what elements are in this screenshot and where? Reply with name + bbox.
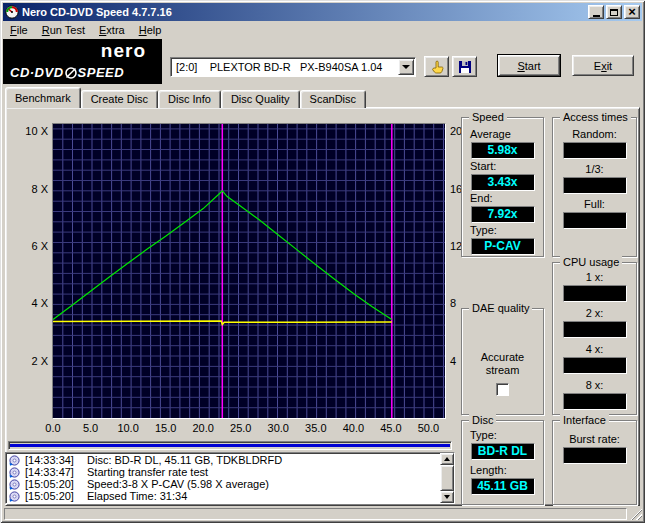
cpu-1x-label: 1 x: <box>553 271 636 284</box>
menu-item-help[interactable]: Help <box>132 23 169 37</box>
one-third-label: 1/3: <box>553 163 636 176</box>
axis-tick-label: 25.0 <box>224 422 258 434</box>
arrow-down-icon <box>444 495 450 499</box>
log-panel: [14:33:34]Disc: BD-R DL, 45.11 GB, TDKBL… <box>5 452 455 504</box>
log-time: [15:05:20] <box>25 478 87 490</box>
axis-tick-label: 4 X <box>6 297 48 309</box>
save-results-button[interactable] <box>452 56 477 77</box>
app-icon <box>5 5 19 19</box>
cpu-8x-value <box>563 393 627 410</box>
axis-tick-label: 45.0 <box>374 422 408 434</box>
log-entry: [15:05:20]Elapsed Time: 31:34 <box>8 490 438 502</box>
log-time: [14:33:47] <box>25 466 87 478</box>
menu-item-run-test[interactable]: Run Test <box>35 23 92 37</box>
menu-item-file[interactable]: File <box>3 23 35 37</box>
cpu-2x-value <box>563 321 627 338</box>
random-label: Random: <box>553 128 636 141</box>
title-bar[interactable]: Nero CD-DVD Speed 4.7.7.16 <box>3 3 642 21</box>
tab-disc-quality[interactable]: Disc Quality <box>221 90 300 108</box>
cpu-8x-label: 8 x: <box>553 379 636 392</box>
disc-log-icon <box>9 455 21 466</box>
disc-log-icon <box>9 479 21 490</box>
log-text: Starting transfer rate test <box>87 466 438 478</box>
average-label: Average <box>462 128 543 141</box>
accurate-stream-label: Accurate stream <box>475 351 531 377</box>
burst-rate-label: Burst rate: <box>553 433 636 446</box>
end-label: End: <box>462 192 543 205</box>
disc-panel: Disc Type:BD-R DL Length:45.11 GB <box>461 420 544 505</box>
nero-brand-text: nero <box>101 40 146 62</box>
random-value <box>563 142 627 159</box>
close-icon <box>628 6 636 18</box>
window-title: Nero CD-DVD Speed 4.7.7.16 <box>22 6 588 18</box>
tab-create-disc[interactable]: Create Disc <box>81 90 158 108</box>
log-time: [15:05:20] <box>25 490 87 502</box>
speed-settings-button[interactable] <box>424 56 449 77</box>
disc-log-icon <box>9 491 21 502</box>
axis-tick-label: 8 X <box>6 183 48 195</box>
disc-panel-title: Disc <box>469 414 496 426</box>
log-text: Elapsed Time: 31:34 <box>87 490 438 502</box>
tab-scandisc[interactable]: ScanDisc <box>300 90 366 108</box>
menu-item-label: H <box>139 24 147 36</box>
transfer-rate-chart: 10 X8 X6 X4 X2 X201612840.05.010.015.020… <box>6 116 464 446</box>
tab-benchmark[interactable]: Benchmark <box>5 87 81 108</box>
save-icon <box>457 59 473 75</box>
exit-button[interactable]: Exit <box>572 55 634 76</box>
type-label: Type: <box>462 224 543 237</box>
tab-disc-info[interactable]: Disc Info <box>158 90 221 108</box>
window-controls <box>588 5 640 19</box>
start-button[interactable]: Start <box>498 55 560 76</box>
accurate-stream-checkbox[interactable] <box>496 383 509 396</box>
resize-grip[interactable] <box>629 507 642 520</box>
axis-tick-label: 2 X <box>6 355 48 367</box>
minimize-button[interactable] <box>588 5 604 19</box>
end-value: 7.92x <box>471 206 535 223</box>
menu-item-extra[interactable]: Extra <box>92 23 132 37</box>
dae-quality-panel-title: DAE quality <box>469 302 532 314</box>
menu-bar: File Run Test Extra Help <box>3 21 642 39</box>
log-text: Disc: BD-R DL, 45.11 GB, TDKBLDRFD <box>87 454 438 466</box>
interface-panel-title: Interface <box>560 414 609 426</box>
cpu-1x-value <box>563 285 627 302</box>
close-button[interactable] <box>624 5 640 19</box>
cpu-usage-panel-title: CPU usage <box>560 256 622 268</box>
minimize-icon <box>593 15 600 17</box>
scroll-up-button[interactable] <box>440 453 454 465</box>
disc-type-value: BD-R DL <box>471 443 535 460</box>
log-entry: [14:33:47]Starting transfer rate test <box>8 466 438 478</box>
hand-icon <box>429 59 445 75</box>
arrow-up-icon <box>444 457 450 461</box>
menu-item-label: F <box>10 24 17 36</box>
status-bar <box>3 506 642 520</box>
scroll-down-button[interactable] <box>440 491 454 503</box>
nero-logo: nero CD·DVD SPEED <box>3 39 162 84</box>
cpu-4x-value <box>563 357 627 374</box>
exit-button-label: it <box>607 60 613 72</box>
axis-tick-label: 0.0 <box>36 422 70 434</box>
drive-select-dropdown-button[interactable] <box>398 59 414 75</box>
interface-panel: Interface Burst rate: <box>552 420 637 505</box>
app-window: Nero CD-DVD Speed 4.7.7.16 File Run Test… <box>0 0 645 523</box>
disc-icon <box>65 67 77 79</box>
scrollbar-thumb[interactable] <box>440 465 454 491</box>
disc-length-label: Length: <box>462 464 543 477</box>
tab-strip: Benchmark Create Disc Disc Info Disc Qua… <box>5 88 366 108</box>
axis-tick-label: 20.0 <box>186 422 220 434</box>
maximize-icon <box>610 9 618 16</box>
access-times-panel: Access times Random: 1/3: Full: <box>552 117 637 257</box>
start-button-label: tart <box>525 60 541 72</box>
menu-item-label: un Test <box>50 24 85 36</box>
maximize-button[interactable] <box>606 5 622 19</box>
burst-rate-value <box>563 447 627 464</box>
progress-fill <box>10 444 450 447</box>
log-scrollbar[interactable] <box>440 453 454 503</box>
status-field <box>4 508 627 520</box>
log-entry: [15:05:20]Speed:3-8 X P-CAV (5.98 X aver… <box>8 478 438 490</box>
product-text-right: SPEED <box>78 65 125 80</box>
access-times-panel-title: Access times <box>560 111 631 123</box>
axis-tick-label: 5.0 <box>74 422 108 434</box>
axis-tick-label: 15.0 <box>149 422 183 434</box>
drive-select[interactable]: [2:0] PLEXTOR BD-R PX-B940SA 1.04 <box>170 57 416 77</box>
cpu-2x-label: 2 x: <box>553 307 636 320</box>
